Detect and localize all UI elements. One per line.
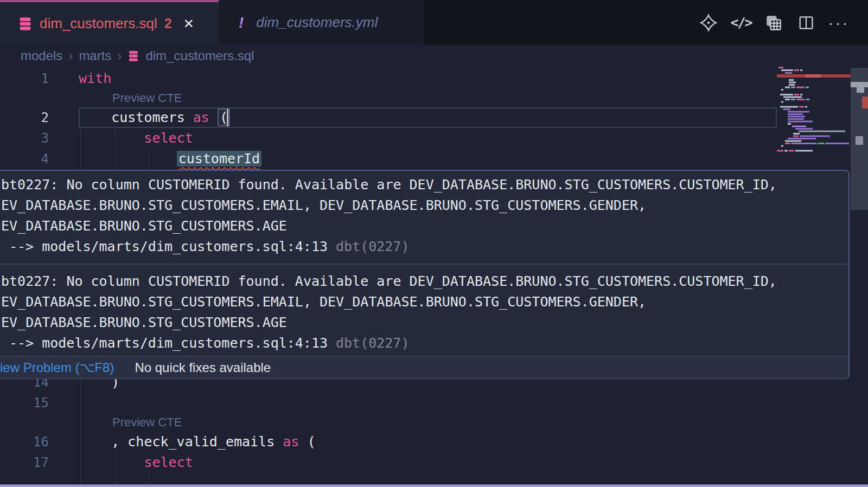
database-icon [18, 16, 33, 31]
more-actions-icon[interactable]: ··· [829, 13, 848, 33]
code-line-1[interactable]: 1 with [0, 68, 777, 89]
overview-ruler-marker [857, 87, 864, 93]
tab-dim-customers-sql[interactable]: dim_customers.sql 2 ✕ [0, 0, 219, 45]
indent-guide [80, 379, 81, 484]
error-message-line: bt0227: No column CUSTOMERID found. Avai… [0, 271, 848, 292]
indent-guide [115, 452, 116, 484]
overview-ruler-marker [856, 136, 863, 145]
code-line-2[interactable]: 2 customers as ( [0, 107, 777, 128]
code-line-15[interactable]: 15 [0, 393, 777, 413]
line-number: 17 [0, 452, 49, 473]
problem-count-badge: 2 [164, 16, 172, 31]
line-number: 16 [0, 432, 49, 452]
split-editor-icon[interactable] [796, 13, 816, 33]
code-line-4[interactable]: 4 customerId [0, 149, 777, 169]
line-number: 2 [0, 107, 49, 128]
dbt-power-user-icon[interactable] [699, 13, 718, 33]
codelens-preview-cte[interactable]: Preview CTE [112, 413, 182, 432]
error-message-line: bt0227: No column CUSTOMERID found. Avai… [0, 175, 848, 195]
vscode-window: dim_customers.sql 2 ✕ ! dim_customers.ym… [0, 0, 868, 487]
error-location-line: --> models/marts/dim_customers.sql:4:13d… [0, 236, 848, 257]
chevron-right-icon: › [68, 48, 73, 63]
error-message-line: EV_DATABASE.BRUNO.STG_CUSTOMERS.AGE [0, 312, 848, 333]
code-line-16[interactable]: 16 , check_valid_emails as ( [0, 432, 777, 452]
breadcrumb-models[interactable]: models [21, 48, 62, 63]
line-number: 3 [0, 128, 49, 149]
breadcrumb: models › marts › dim_customers.sql [0, 45, 868, 66]
tab-label: dim_customers.sql [40, 15, 157, 32]
tab-dim-customers-yml[interactable]: ! dim_customers.yml [219, 0, 424, 45]
editor-actions: </> ··· [699, 0, 848, 45]
no-quick-fixes-message: No quick fixes available [135, 360, 271, 375]
tab-label: dim_customers.yml [256, 14, 378, 31]
error-source-code: dbt(0227) [336, 239, 409, 254]
code-line-14[interactable]: 14 ) [0, 379, 777, 393]
hover-footer: iew Problem (⌥F8) No quick fixes availab… [0, 356, 848, 379]
error-message-line: EV_DATABASE.BRUNO.STG_CUSTOMERS.AGE [0, 216, 848, 236]
error-block-1: bt0227: No column CUSTOMERID found. Avai… [0, 175, 848, 257]
line-number: 14 [0, 379, 49, 393]
warning-icon: ! [239, 14, 244, 31]
window-bottom-border [0, 484, 868, 487]
line-number: 4 [0, 149, 49, 169]
compile-sql-icon[interactable]: </> [731, 13, 751, 33]
chevron-right-icon: › [117, 48, 122, 63]
overview-ruler-marker [851, 82, 868, 87]
indent-guide [149, 473, 150, 484]
code-line-3[interactable]: 3 select [0, 128, 777, 149]
error-hover-popup: bt0227: No column CUSTOMERID found. Avai… [0, 170, 850, 379]
view-problem-link[interactable]: iew Problem (⌥F8) [0, 360, 114, 375]
overview-ruler-error-marker [862, 97, 868, 108]
minimap[interactable] [777, 67, 851, 170]
error-location-line: --> models/marts/dim_customers.sql:4:13d… [0, 333, 848, 354]
editor-region-bottom: 14 ) 15 Preview CTE 16 , check_valid_ema… [0, 379, 868, 484]
breadcrumb-marts[interactable]: marts [79, 48, 111, 63]
line-number: 1 [0, 68, 49, 89]
hover-divider [0, 264, 848, 265]
indent-guide [149, 149, 150, 170]
database-icon [127, 50, 139, 62]
error-block-2: bt0227: No column CUSTOMERID found. Avai… [0, 271, 848, 354]
codelens-preview-cte[interactable]: Preview CTE [112, 89, 182, 107]
code-line-17[interactable]: 17 select [0, 452, 777, 473]
indent-guide [115, 128, 116, 170]
error-message-line: EV_DATABASE.BRUNO.STG_CUSTOMERS.EMAIL, D… [0, 195, 848, 216]
close-icon[interactable]: ✕ [183, 16, 194, 31]
line-number: 15 [0, 393, 49, 413]
text-cursor [227, 109, 228, 126]
error-message-line: EV_DATABASE.BRUNO.STG_CUSTOMERS.EMAIL, D… [0, 292, 848, 312]
query-results-icon[interactable] [764, 13, 783, 33]
error-source-code: dbt(0227) [336, 335, 409, 351]
tab-bar: dim_customers.sql 2 ✕ ! dim_customers.ym… [0, 0, 868, 45]
indent-guide [80, 128, 81, 170]
breadcrumb-file[interactable]: dim_customers.sql [145, 48, 254, 63]
error-token-customerid[interactable]: customerId [177, 151, 262, 166]
